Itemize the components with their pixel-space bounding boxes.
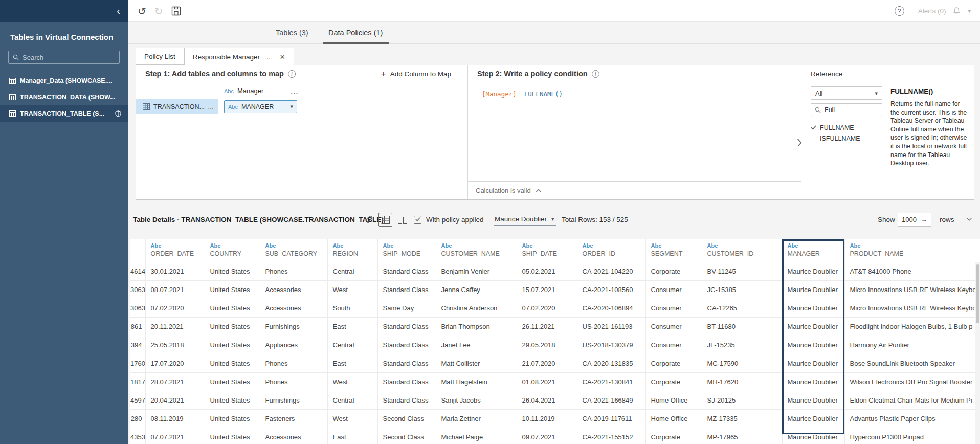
show-rows-label: Show (878, 207, 895, 232)
column-type-icon: Abc (383, 242, 436, 249)
collapse-details-chevron-icon[interactable] (966, 207, 972, 232)
function-search-input[interactable] (825, 106, 873, 114)
function-search[interactable] (811, 103, 882, 116)
data-preview-table: Abc ORDER_DATE Abc COUNTRY Abc SUB_CATEG… (130, 239, 980, 444)
vertical-scrollbar[interactable] (975, 262, 980, 444)
checkbox-checked-icon (414, 216, 421, 224)
virtual-connection-editor: ‹ Tables in Virtual Connection Manager_D… (0, 0, 980, 444)
column-header[interactable]: Abc ORDER_ID (577, 239, 645, 262)
function-list-item[interactable]: FULLNAME (811, 122, 882, 133)
cell: Hypercom P1300 Pinpad (844, 428, 976, 444)
cell: Corporate (645, 262, 702, 280)
column-header[interactable]: Abc CUSTOMER_NAME (436, 239, 517, 262)
column-header[interactable] (130, 239, 145, 262)
tab-data-policies[interactable]: Data Policies (1) (328, 22, 383, 43)
cell: MC-17590 (702, 354, 782, 372)
info-icon[interactable]: i (288, 70, 296, 78)
table-body: 4614 30.01.2021 United States Phones Cen… (130, 262, 976, 444)
collapse-reference-chevron-icon[interactable] (796, 138, 803, 147)
close-policy-tab-icon[interactable]: ✕ (280, 53, 285, 61)
search-icon (815, 107, 821, 113)
column-header[interactable]: Abc SHIP_DATE (517, 239, 577, 262)
bell-icon[interactable] (952, 7, 961, 15)
column-header[interactable]: Abc PRODUCT_NAME (844, 239, 976, 262)
cell: 3063 (130, 280, 145, 299)
cell: Phones (260, 372, 327, 391)
column-header[interactable]: Abc COUNTRY (205, 239, 260, 262)
tab-policy-list[interactable]: Policy List (136, 48, 184, 65)
row-limit-input[interactable] (902, 216, 920, 224)
mapping-column-menu-icon[interactable]: … (290, 86, 298, 96)
column-type-icon: Abc (583, 242, 645, 249)
column-header[interactable]: Abc REGION (327, 239, 377, 262)
help-icon[interactable]: ? (895, 6, 904, 16)
user-menu-caret-icon[interactable]: ▾ (968, 8, 971, 14)
sidebar-table-item[interactable]: TRANSACTION_TABLE (S... (0, 105, 128, 122)
cell: Jenna Caffey (436, 280, 517, 299)
sidebar-table-item[interactable]: Manager_Data (SHOWCASE.... (0, 73, 128, 89)
with-policy-checkbox[interactable] (414, 207, 421, 232)
apply-row-limit-icon[interactable]: → (921, 216, 927, 224)
function-list-item[interactable]: ISFULLNAME (811, 133, 882, 144)
policy-condition-editor[interactable]: [Manager]= FULLNAME() (468, 82, 801, 98)
dropdown-caret-icon: ▾ (551, 216, 554, 223)
policy-tab-menu-icon[interactable]: … (266, 53, 274, 61)
cards-view-button[interactable] (398, 207, 407, 232)
tab-responsible-manager[interactable]: Responsible Manager … ✕ (184, 48, 294, 65)
column-header[interactable]: Abc SHIP_MODE (377, 239, 436, 262)
sidebar-search[interactable] (8, 51, 120, 64)
check-icon (811, 125, 820, 130)
cell: Wilson Electronics DB Pro Signal Booster (844, 372, 976, 391)
sidebar-table-item[interactable]: TRANSACTION_DATA (SHOW... (0, 89, 128, 105)
sidebar-search-input[interactable] (23, 54, 109, 61)
chevron-up-icon[interactable] (536, 189, 542, 193)
column-header[interactable]: Abc ORDER_DATE (145, 239, 205, 262)
cell: United States (205, 317, 260, 336)
table-icon (9, 78, 16, 84)
cell: Standard Class (377, 354, 436, 372)
cards-view-icon (398, 216, 407, 224)
cell: Maurice Doublier (782, 336, 844, 354)
tag-icon[interactable] (365, 207, 373, 232)
step1-title: Step 1: Add tables and columns to map (145, 70, 284, 78)
search-icon (13, 54, 19, 60)
grid-view-button[interactable] (378, 213, 392, 227)
policy-editor-card: Step 1: Add tables and columns to map i … (136, 65, 974, 200)
column-header[interactable]: Abc SEGMENT (645, 239, 702, 262)
redo-icon[interactable]: ↻ (154, 6, 163, 16)
cell: 15.07.2021 (517, 280, 577, 299)
cell: Sanjit Jacobs (436, 391, 517, 409)
cell: 4614 (130, 262, 145, 280)
function-signature: FULLNAME() (890, 87, 968, 95)
preview-user-dropdown[interactable]: Maurice Doublier ▾ (494, 213, 556, 226)
save-icon[interactable] (171, 6, 181, 16)
mapped-column-dropdown[interactable]: Abc MANAGER ▾ (224, 100, 297, 113)
cell: Corporate (645, 428, 702, 444)
add-column-to-map-button[interactable]: + Add Column to Map (381, 65, 451, 82)
cell: United States (205, 336, 260, 354)
cell: 07.07.2021 (145, 428, 205, 444)
dropdown-caret-icon: ▾ (875, 90, 878, 97)
info-icon[interactable]: i (592, 70, 599, 78)
column-header[interactable]: Abc SUB_CATEGORY (260, 239, 327, 262)
sidebar-table-label: TRANSACTION_DATA (SHOW... (20, 94, 116, 101)
cell: 25.05.2018 (145, 336, 205, 354)
cell: 07.02.2020 (145, 299, 205, 317)
column-header[interactable]: Abc MANAGER (782, 239, 844, 262)
main-tab-bar: Tables (3) Data Policies (1) (128, 22, 980, 44)
mapped-table-chip[interactable]: TRANSACTION... … (136, 99, 218, 114)
cell: Accessories (260, 299, 327, 317)
mapped-table-label: TRANSACTION... (153, 103, 205, 110)
row-limit-input-box[interactable]: → (898, 213, 931, 227)
collapse-sidebar-icon[interactable]: ‹ (117, 5, 120, 16)
alerts-label[interactable]: Alerts (0) (918, 7, 946, 15)
scrollbar-thumb[interactable] (976, 264, 979, 323)
tab-tables[interactable]: Tables (3) (276, 22, 308, 43)
cell: 4597 (130, 391, 145, 409)
mapped-table-menu-icon[interactable]: … (208, 103, 214, 110)
undo-icon[interactable]: ↺ (138, 6, 146, 16)
cell: Standard Class (377, 336, 436, 354)
column-header[interactable]: Abc CUSTOMER_ID (702, 239, 782, 262)
function-category-select[interactable]: All ▾ (811, 86, 882, 100)
cell: Janet Lee (436, 336, 517, 354)
